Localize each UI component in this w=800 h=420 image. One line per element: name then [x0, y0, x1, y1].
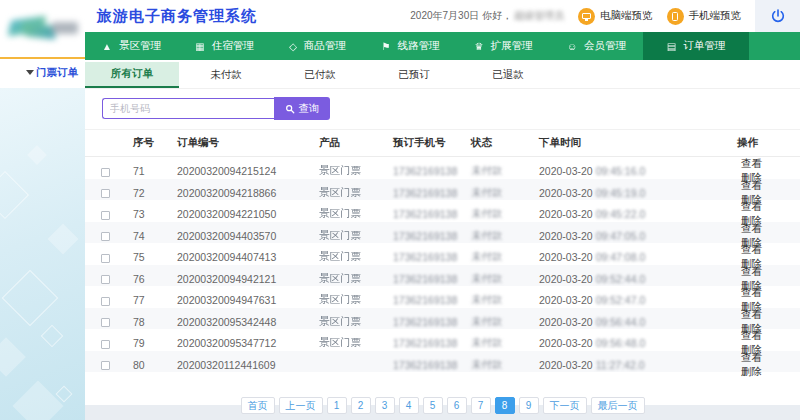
view-link[interactable]: 查看: [741, 200, 762, 212]
cell-phone: 17362169138: [393, 187, 471, 199]
cell-seq: 75: [133, 251, 177, 263]
cell-time: 2020-03-20 09:52:47.0: [539, 294, 729, 306]
row-checkbox[interactable]: [101, 189, 110, 198]
pc-preview-button[interactable]: 电脑端预览: [578, 8, 653, 25]
page-number-button[interactable]: 3: [375, 397, 395, 414]
cell-seq: 80: [133, 359, 177, 371]
view-link[interactable]: 查看: [741, 286, 762, 298]
phone-search-input[interactable]: [102, 98, 274, 119]
view-link[interactable]: 查看: [741, 243, 762, 255]
prev-page-button[interactable]: 上一页: [279, 397, 323, 414]
tab[interactable]: 已付款: [273, 62, 367, 88]
table-header-row: 序号 订单编号 产品 预订手机号 状态 下单时间 操作: [85, 130, 800, 157]
main-nav: ▲ 景区管理 ▦ 住宿管理 ◇ 商品管理 ⚑ 线路管理 ♛ 扩展管理: [85, 32, 800, 60]
table-row: 76 20200320094942121 景区门票 17362169138 未付…: [85, 265, 800, 287]
row-checkbox[interactable]: [101, 318, 110, 327]
page-number-button[interactable]: 4: [399, 397, 419, 414]
page-number-button[interactable]: 2: [351, 397, 371, 414]
nav-item[interactable]: ⚑ 线路管理: [364, 32, 457, 60]
cell-phone: 17362169138: [393, 273, 471, 285]
nav-item[interactable]: ▤ 订单管理: [643, 32, 749, 60]
view-link[interactable]: 查看: [741, 265, 762, 277]
row-checkbox[interactable]: [101, 211, 110, 220]
page-number-button[interactable]: 1: [327, 397, 347, 414]
caret-down-icon: [26, 70, 34, 75]
last-page-button[interactable]: 最后一页: [591, 397, 645, 414]
cell-status: 未付款: [471, 229, 539, 243]
sidebar-background-pattern: [0, 88, 85, 420]
cell-seq: 72: [133, 187, 177, 199]
nav-item[interactable]: ♛ 扩展管理: [457, 32, 550, 60]
tab[interactable]: 已预订: [367, 62, 461, 88]
app-window: 旅游电子商务管理系统 2020年7月30日 你好， 超级管理员 电脑端预览 手机…: [0, 0, 800, 420]
cell-seq: 76: [133, 273, 177, 285]
monitor-icon: [578, 8, 595, 25]
mobile-preview-label: 手机端预览: [689, 9, 742, 23]
nav-item[interactable]: ▲ 景区管理: [85, 32, 178, 60]
cell-order-no: 20200320095347712: [177, 337, 319, 349]
cell-phone: 17362169138: [393, 165, 471, 177]
tab[interactable]: 未付款: [179, 62, 273, 88]
row-checkbox[interactable]: [101, 297, 110, 306]
sidebar-item-ticket-orders[interactable]: 门票订单: [0, 59, 85, 86]
view-link[interactable]: 查看: [741, 351, 762, 363]
cell-product: 景区门票: [319, 229, 393, 243]
nav-item[interactable]: ◇ 商品管理: [271, 32, 364, 60]
cell-phone: 17362169138: [393, 359, 471, 371]
row-checkbox[interactable]: [101, 275, 110, 284]
search-button[interactable]: 查询: [274, 97, 330, 120]
cell-product: 景区门票: [319, 272, 393, 286]
nav-item-icon: ☺: [567, 41, 577, 52]
cell-product: 景区门票: [319, 315, 393, 329]
nav-item-label: 商品管理: [304, 39, 346, 53]
view-link[interactable]: 查看: [741, 179, 762, 191]
row-checkbox[interactable]: [101, 340, 110, 349]
row-checkbox[interactable]: [101, 361, 110, 370]
cell-product: 景区门票: [319, 186, 393, 200]
logout-power-button[interactable]: [755, 0, 800, 32]
top-header: 旅游电子商务管理系统 2020年7月30日 你好， 超级管理员 电脑端预览 手机…: [0, 0, 800, 32]
cell-order-no: 20200320094218866: [177, 187, 319, 199]
orders-table: 序号 订单编号 产品 预订手机号 状态 下单时间 操作 71 202003200…: [85, 130, 800, 372]
mobile-preview-button[interactable]: 手机端预览: [667, 8, 742, 25]
main-content: 所有订单 未付款 已付款 已预订 已退款: [85, 60, 800, 405]
nav-item-label: 线路管理: [397, 39, 439, 53]
view-link[interactable]: 查看: [741, 157, 762, 169]
cell-phone: 17362169138: [393, 337, 471, 349]
cell-seq: 74: [133, 230, 177, 242]
nav-item-icon: ▲: [102, 41, 112, 52]
delete-link[interactable]: 删除: [741, 365, 762, 377]
row-checkbox[interactable]: [101, 232, 110, 241]
cell-order-no: 20200320095342448: [177, 316, 319, 328]
view-link[interactable]: 查看: [741, 329, 762, 341]
first-page-button[interactable]: 首页: [241, 397, 275, 414]
tab-label: 未付款: [210, 68, 242, 82]
cell-time: 2020-03-20 09:47:08.0: [539, 251, 729, 263]
page-number-button[interactable]: 5: [423, 397, 443, 414]
cell-seq: 79: [133, 337, 177, 349]
nav-item-icon: ◇: [289, 41, 297, 52]
search-icon: [285, 104, 295, 114]
cell-seq: 77: [133, 294, 177, 306]
col-status: 状态: [471, 136, 539, 150]
page-number-button[interactable]: 9: [519, 397, 539, 414]
nav-item-label: 会员管理: [584, 39, 626, 53]
tab[interactable]: 所有订单: [85, 62, 179, 88]
view-link[interactable]: 查看: [741, 308, 762, 320]
nav-item-label: 景区管理: [119, 39, 161, 53]
nav-item[interactable]: ☺ 会员管理: [550, 32, 643, 60]
page-number-button[interactable]: 7: [471, 397, 491, 414]
nav-item-icon: ▦: [195, 41, 204, 52]
row-checkbox[interactable]: [101, 168, 110, 177]
page-number-button[interactable]: 8: [495, 397, 515, 414]
cell-status: 未付款: [471, 207, 539, 221]
tab[interactable]: 已退款: [461, 62, 555, 88]
page-number-button[interactable]: 6: [447, 397, 467, 414]
cell-status: 未付款: [471, 358, 539, 372]
search-bar: 查询: [85, 89, 800, 130]
next-page-button[interactable]: 下一页: [543, 397, 587, 414]
view-link[interactable]: 查看: [741, 222, 762, 234]
table-row: 79 20200320095347712 景区门票 17362169138 未付…: [85, 329, 800, 351]
row-checkbox[interactable]: [101, 254, 110, 263]
nav-item[interactable]: ▦ 住宿管理: [178, 32, 271, 60]
